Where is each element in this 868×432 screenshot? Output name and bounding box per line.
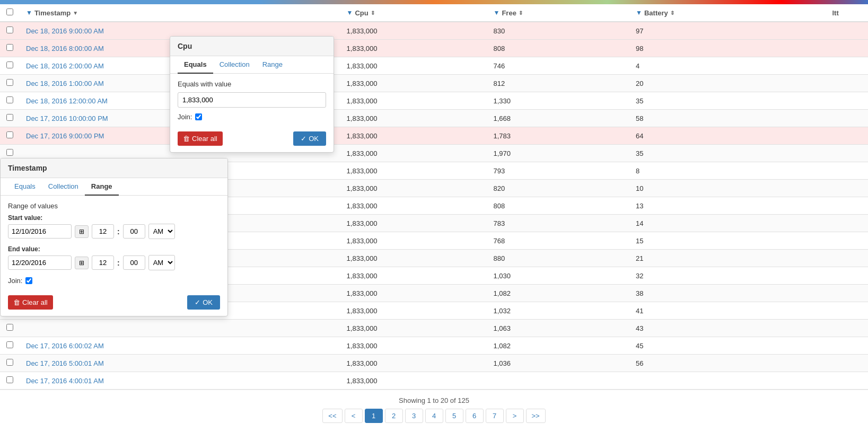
ts-end-calendar-icon[interactable]: ⊞ bbox=[75, 257, 89, 269]
row-cpu: 1,833,000 bbox=[340, 215, 487, 232]
pagination-page-button[interactable]: < bbox=[345, 409, 363, 423]
pagination-page-button[interactable]: 5 bbox=[445, 409, 463, 423]
cpu-ok-button[interactable]: ✓ OK bbox=[293, 131, 326, 146]
ts-join-checkbox[interactable] bbox=[25, 277, 32, 284]
timestamp-link[interactable]: Dec 18, 2016 2:00:00 AM bbox=[26, 62, 104, 70]
pagination-page-button[interactable]: 7 bbox=[486, 409, 504, 423]
row-checkbox[interactable] bbox=[6, 376, 13, 383]
row-cpu: 1,833,000 bbox=[340, 180, 487, 197]
pagination-page-button[interactable]: >> bbox=[526, 409, 546, 423]
cpu-header[interactable]: ▼ Cpu ⇕ bbox=[340, 4, 487, 22]
cpu-sort-icon: ⇕ bbox=[371, 10, 375, 16]
timestamp-header[interactable]: ▼ Timestamp ▼ bbox=[20, 4, 340, 22]
row-free: 820 bbox=[487, 180, 630, 197]
row-timestamp: Dec 17, 2016 6:00:02 AM bbox=[20, 337, 340, 355]
row-cpu: 1,833,000 bbox=[340, 320, 487, 337]
pagination-page-button[interactable]: 4 bbox=[425, 409, 443, 423]
cpu-equals-input[interactable] bbox=[178, 92, 326, 108]
timestamp-link[interactable]: Dec 18, 2016 9:00:00 AM bbox=[26, 27, 104, 35]
pagination-page-button[interactable]: 6 bbox=[466, 409, 484, 423]
cpu-filter-icon: ▼ bbox=[347, 9, 353, 16]
pagination-page-button[interactable]: 2 bbox=[385, 409, 403, 423]
ts-start-ampm-select[interactable]: AM PM bbox=[148, 224, 175, 239]
row-checkbox-cell bbox=[0, 337, 20, 355]
cpu-clear-button[interactable]: 🗑 Clear all bbox=[178, 131, 223, 146]
ts-popover-footer: 🗑 Clear all ✓ OK bbox=[1, 291, 227, 316]
row-cpu: 1,833,000 bbox=[340, 267, 487, 285]
cpu-tab-equals[interactable]: Equals bbox=[178, 56, 213, 74]
ts-end-label: End value: bbox=[8, 245, 220, 253]
row-free: 746 bbox=[487, 57, 630, 75]
ts-tab-equals[interactable]: Equals bbox=[8, 178, 42, 196]
pagination-page-button[interactable]: 1 bbox=[365, 409, 383, 423]
timestamp-sort-icon: ▼ bbox=[73, 10, 78, 16]
free-col-label: Free bbox=[502, 9, 516, 17]
row-checkbox[interactable] bbox=[6, 359, 13, 366]
ts-end-colon: : bbox=[117, 259, 120, 267]
row-checkbox[interactable] bbox=[6, 27, 13, 33]
select-all-checkbox[interactable] bbox=[6, 8, 13, 15]
battery-header[interactable]: ▼ Battery ⇕ bbox=[629, 4, 803, 22]
timestamp-link[interactable]: Dec 17, 2016 4:00:01 AM bbox=[26, 377, 104, 385]
row-battery: 43 bbox=[629, 320, 803, 337]
row-checkbox[interactable] bbox=[6, 114, 13, 121]
ts-start-hour-input[interactable] bbox=[92, 224, 114, 239]
free-header[interactable]: ▼ Free ⇕ bbox=[487, 4, 630, 22]
row-free: 783 bbox=[487, 215, 630, 232]
row-checkbox[interactable] bbox=[6, 149, 13, 156]
ts-end-hour-input[interactable] bbox=[92, 255, 114, 270]
row-free: 880 bbox=[487, 250, 630, 267]
ts-end-ampm-select[interactable]: AM PM bbox=[148, 255, 175, 270]
select-all-col bbox=[0, 4, 20, 22]
ts-clear-button[interactable]: 🗑 Clear all bbox=[8, 295, 53, 310]
row-free: 1,330 bbox=[487, 92, 630, 110]
row-checkbox[interactable] bbox=[6, 44, 13, 51]
timestamp-link[interactable]: Dec 18, 2016 8:00:00 AM bbox=[26, 45, 104, 52]
row-checkbox[interactable] bbox=[6, 341, 13, 348]
row-checkbox[interactable] bbox=[6, 131, 13, 138]
row-checkbox[interactable] bbox=[6, 324, 13, 331]
row-free: 1,032 bbox=[487, 302, 630, 320]
ts-start-date-input[interactable] bbox=[8, 224, 72, 239]
cpu-tab-collection[interactable]: Collection bbox=[213, 56, 256, 74]
row-free: 1,063 bbox=[487, 320, 630, 337]
pagination-page-button[interactable]: 3 bbox=[405, 409, 423, 423]
row-cpu: 1,833,000 bbox=[340, 250, 487, 267]
ts-start-min-input[interactable] bbox=[123, 224, 145, 239]
pagination-page-button[interactable]: > bbox=[506, 409, 524, 423]
ts-start-colon: : bbox=[117, 227, 120, 236]
timestamp-link[interactable]: Dec 17, 2016 9:00:00 PM bbox=[26, 132, 104, 140]
row-free: 1,668 bbox=[487, 110, 630, 127]
pagination-info: Showing 1 to 20 of 125 bbox=[0, 396, 868, 404]
pagination-page-button[interactable]: << bbox=[322, 409, 342, 423]
row-battery: 21 bbox=[629, 250, 803, 267]
cpu-join-checkbox[interactable] bbox=[195, 113, 202, 120]
ts-tab-range[interactable]: Range bbox=[85, 178, 119, 196]
row-free: 808 bbox=[487, 40, 630, 57]
ts-popover-body: Range of values Start value: ⊞ : AM PM bbox=[1, 196, 227, 291]
row-cpu: 1,833,000 bbox=[340, 92, 487, 110]
timestamp-link[interactable]: Dec 18, 2016 12:00:00 AM bbox=[26, 97, 108, 105]
row-battery: 13 bbox=[629, 197, 803, 215]
ts-tab-collection[interactable]: Collection bbox=[42, 178, 85, 196]
row-checkbox-cell bbox=[0, 355, 20, 372]
row-free: 830 bbox=[487, 22, 630, 40]
cpu-tab-range[interactable]: Range bbox=[256, 56, 289, 74]
ts-ok-button[interactable]: ✓ OK bbox=[187, 295, 220, 310]
ts-range-label: Range of values bbox=[8, 202, 220, 210]
ts-end-date-input[interactable] bbox=[8, 255, 72, 270]
ts-end-min-input[interactable] bbox=[123, 255, 145, 270]
timestamp-link[interactable]: Dec 18, 2016 1:00:00 AM bbox=[26, 80, 104, 87]
row-battery: 8 bbox=[629, 162, 803, 180]
table-row: 1,833,000 1,063 43 bbox=[0, 320, 868, 337]
timestamp-link[interactable]: Dec 17, 2016 10:00:00 PM bbox=[26, 114, 108, 122]
row-checkbox[interactable] bbox=[6, 96, 13, 103]
timestamp-link[interactable]: Dec 17, 2016 6:00:02 AM bbox=[26, 342, 104, 350]
row-cpu: 1,833,000 bbox=[340, 302, 487, 320]
row-checkbox[interactable] bbox=[6, 61, 13, 68]
ts-start-calendar-icon[interactable]: ⊞ bbox=[75, 225, 89, 238]
timestamp-link[interactable]: Dec 17, 2016 5:00:01 AM bbox=[26, 359, 104, 367]
row-ltt bbox=[803, 302, 868, 320]
row-checkbox[interactable] bbox=[6, 79, 13, 86]
table-row: Dec 18, 2016 12:00:00 AM 1,833,000 1,330… bbox=[0, 92, 868, 110]
